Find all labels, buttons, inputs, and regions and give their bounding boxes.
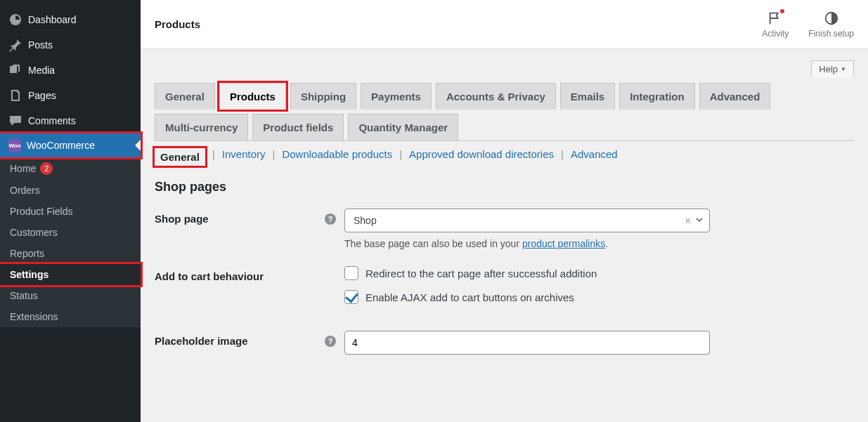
tab-general[interactable]: General — [155, 83, 215, 110]
subtab-approved-dirs[interactable]: Approved download directories — [409, 148, 554, 166]
sidebar-item-label: Pages — [28, 90, 56, 101]
submenu-item-settings[interactable]: Settings — [0, 264, 141, 285]
sidebar-item-label: Media — [28, 65, 55, 76]
ajax-checkbox-label: Enable AJAX add to cart buttons on archi… — [365, 291, 574, 303]
tab-shipping[interactable]: Shipping — [290, 83, 356, 110]
sidebar-item-comments[interactable]: Comments — [0, 108, 141, 133]
comment-icon — [8, 114, 22, 128]
submenu-item-label: Customers — [10, 227, 58, 238]
notification-badge: 2 — [40, 162, 53, 175]
active-indicator-icon — [135, 140, 141, 151]
tab-quantity-manager[interactable]: Quantity Manager — [348, 114, 458, 140]
submenu-item-customers[interactable]: Customers — [0, 222, 141, 243]
sidebar-item-pages[interactable]: Pages — [0, 83, 141, 108]
sidebar-item-media[interactable]: Media — [0, 58, 141, 83]
pages-icon — [8, 88, 22, 103]
redirect-checkbox-label: Redirect to the cart page after successf… — [365, 268, 597, 279]
sidebar-item-label: WooCommerce — [27, 140, 95, 151]
submenu-item-label: Orders — [10, 185, 40, 196]
submenu-item-label: Settings — [10, 269, 48, 280]
section-title: Shop pages — [155, 180, 854, 194]
subtab-general[interactable]: General — [155, 148, 205, 166]
half-circle-icon — [824, 11, 839, 26]
shop-page-description: The base page can also be used in your p… — [344, 238, 710, 249]
tab-multi-currency[interactable]: Multi-currency — [155, 114, 248, 140]
submenu-item-label: Extensions — [10, 311, 58, 322]
product-permalinks-link[interactable]: product permalinks — [522, 238, 605, 249]
help-icon[interactable]: ? — [325, 336, 336, 347]
select-value: Shop — [354, 215, 685, 226]
submenu-item-home[interactable]: Home 2 — [0, 157, 141, 180]
action-label: Finish setup — [808, 29, 854, 39]
settings-tabs: General Products Shipping Payments Accou… — [155, 83, 854, 141]
sidebar-item-label: Comments — [28, 115, 76, 126]
shop-page-select[interactable]: Shop × — [344, 209, 710, 232]
tab-emails[interactable]: Emails — [560, 83, 615, 110]
field-label-add-to-cart: Add to cart behaviour — [155, 266, 344, 282]
tab-product-fields[interactable]: Product fields — [252, 114, 344, 140]
notification-dot-icon — [780, 9, 784, 13]
submenu-item-label: Product Fields — [10, 206, 72, 217]
page-title: Products — [155, 18, 200, 30]
help-icon[interactable]: ? — [325, 213, 336, 225]
sidebar-item-posts[interactable]: Posts — [0, 32, 141, 58]
topbar: Products Activity Finish setup — [141, 0, 868, 49]
redirect-checkbox[interactable] — [344, 266, 358, 280]
submenu-item-label: Reports — [10, 248, 44, 259]
products-subtabs: General | Inventory | Downloadable produ… — [155, 148, 854, 166]
dashboard-icon — [8, 13, 22, 27]
submenu-item-reports[interactable]: Reports — [0, 243, 141, 264]
tab-accounts-privacy[interactable]: Accounts & Privacy — [436, 83, 556, 110]
flag-icon — [767, 11, 783, 26]
chevron-down-icon — [695, 216, 704, 226]
pin-icon — [8, 38, 22, 52]
media-icon — [8, 63, 22, 77]
activity-button[interactable]: Activity — [762, 11, 789, 39]
label-text: Shop page — [155, 213, 209, 225]
label-text: Placeholder image — [155, 335, 248, 347]
tab-advanced[interactable]: Advanced — [699, 83, 771, 110]
submenu-item-label: Home — [10, 163, 36, 174]
field-label-placeholder-image: Placeholder image ? — [155, 331, 344, 347]
admin-sidebar: Dashboard Posts Media Pages Comments — [0, 0, 141, 422]
sidebar-item-dashboard[interactable]: Dashboard — [0, 7, 141, 32]
help-tab[interactable]: Help — [811, 60, 854, 77]
subtab-advanced[interactable]: Advanced — [571, 148, 618, 166]
ajax-checkbox[interactable] — [344, 290, 358, 304]
submenu-item-orders[interactable]: Orders — [0, 180, 141, 201]
finish-setup-button[interactable]: Finish setup — [808, 11, 854, 39]
subtab-downloadable[interactable]: Downloadable products — [282, 148, 392, 166]
submenu-item-product-fields[interactable]: Product Fields — [0, 201, 141, 222]
submenu-item-extensions[interactable]: Extensions — [0, 306, 141, 327]
placeholder-image-input[interactable] — [344, 331, 710, 355]
subtab-inventory[interactable]: Inventory — [222, 148, 266, 166]
main-content: Products Activity Finish setup Help — [141, 0, 868, 422]
woocommerce-submenu: Home 2 Orders Product Fields Customers R… — [0, 157, 141, 327]
tab-integration[interactable]: Integration — [619, 83, 695, 110]
tab-payments[interactable]: Payments — [361, 83, 432, 110]
label-text: Add to cart behaviour — [155, 270, 264, 282]
submenu-item-status[interactable]: Status — [0, 285, 141, 306]
woocommerce-icon: Woo — [8, 139, 21, 152]
field-label-shop-page: Shop page ? — [155, 209, 344, 225]
tab-products[interactable]: Products — [219, 83, 286, 110]
action-label: Activity — [762, 29, 789, 39]
clear-icon[interactable]: × — [685, 215, 691, 226]
sidebar-item-label: Posts — [28, 39, 53, 51]
sidebar-item-woocommerce[interactable]: Woo WooCommerce — [0, 133, 141, 157]
submenu-item-label: Status — [10, 290, 38, 301]
sidebar-item-label: Dashboard — [28, 14, 77, 25]
